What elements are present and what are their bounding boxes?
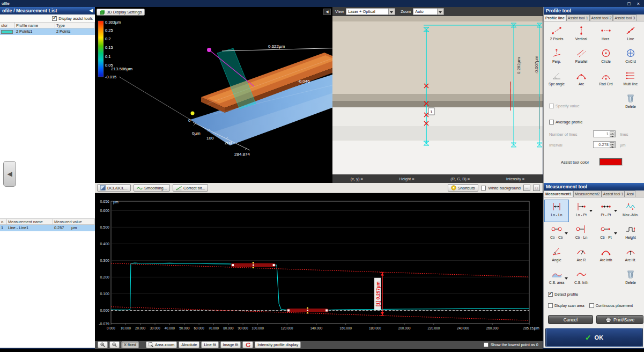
panel-collapse-button[interactable]: ◀	[3, 161, 16, 187]
tool-horz[interactable]: Horz.	[594, 24, 618, 46]
tool-parallel[interactable]: Parallel	[569, 47, 593, 68]
svg-text:80.000: 80.000	[223, 326, 234, 330]
measurement-tab-measurement1[interactable]: Measurement1	[544, 190, 573, 197]
refresh-button[interactable]	[242, 341, 253, 348]
cube-icon	[100, 10, 105, 15]
smoothing-button[interactable]: Smoothing...	[134, 184, 170, 192]
arc-length-icon	[594, 245, 618, 258]
tool-max-min[interactable]: Max.-Min.	[619, 200, 642, 222]
profile-tab-assist-tool-1[interactable]: Assist tool 1	[566, 14, 590, 21]
line-end-handle[interactable]	[511, 143, 516, 147]
tool-ctr-ln[interactable]: Ctr - Ln	[569, 223, 593, 244]
tool-angle[interactable]: Angle	[545, 245, 568, 267]
tool-spc-angle[interactable]: Spc angle	[545, 69, 568, 91]
print-save-button[interactable]: Print/Save	[596, 315, 643, 324]
tool-perp[interactable]: Perp.	[545, 47, 568, 68]
correct-tilt-button[interactable]: Correct tilt...	[173, 184, 208, 192]
zoom-select[interactable]: Auto	[413, 8, 444, 15]
image-fit-button[interactable]: Image fit	[220, 341, 241, 348]
cancel-button[interactable]: Cancel	[548, 315, 593, 324]
profile-tool-panel: Profile tool Profile lineAssist tool 1As…	[543, 7, 644, 183]
tool-ln-pt[interactable]: Ln - Pt	[569, 200, 593, 222]
zoom-in-button[interactable]	[98, 341, 108, 348]
minimize-chart-icon[interactable]: ─	[523, 185, 530, 191]
tool-c-s-lnth[interactable]: C.S. lnth	[569, 268, 593, 289]
camera-image[interactable]: 1 0.282µm -0.007µm	[332, 16, 543, 174]
result-table-row[interactable]: 1 Line - Line1 0.257 µm	[0, 225, 95, 231]
tool-vertical[interactable]: Vertical	[569, 24, 593, 46]
area-zoom-button[interactable]: Area zoom	[146, 341, 177, 348]
profile-start-marker[interactable]	[191, 112, 195, 115]
average-profile-checkbox[interactable]	[549, 120, 554, 124]
view-select[interactable]: Laser + Optical	[346, 8, 395, 15]
tool-line[interactable]: Line	[619, 24, 642, 46]
detect-profile-checkbox[interactable]	[548, 292, 553, 297]
view3d-settings-button[interactable]: 3D Display Settings	[97, 9, 145, 16]
ok-button[interactable]: ✓ OK	[546, 328, 642, 347]
measurement-tab-assi[interactable]: Assi	[625, 190, 635, 197]
profile-tab-assist-tool-2[interactable]: Assist tool 2	[590, 14, 613, 21]
tool-2-points[interactable]: 2 Points	[545, 24, 568, 46]
tool-ctr-pt[interactable]: Ctr - Pt	[594, 223, 618, 244]
dimension-label: 0.282µm	[516, 57, 521, 74]
tool-arc-r[interactable]: Arc R	[569, 245, 593, 267]
specify-value-checkbox[interactable]	[549, 104, 554, 108]
profile-end-marker[interactable]	[207, 48, 211, 52]
interval-spinner[interactable]	[610, 142, 615, 148]
tool-pt-pt[interactable]: Pt - Pt	[594, 200, 618, 222]
tool-cncrd[interactable]: CnCrd	[619, 47, 642, 68]
profile-chart[interactable]: 0.6560.6000.5000.4000.3000.2000.1000.000…	[95, 193, 543, 341]
line-end-handle[interactable]	[424, 141, 429, 145]
multi-line-icon	[619, 69, 642, 82]
profile-tab-assist-tool-3[interactable]: Assist tool 3	[613, 14, 636, 21]
dcl-bcl-button[interactable]: DCL/BCL...	[97, 184, 131, 192]
tool-rad-crd[interactable]: Rad Crd	[594, 69, 618, 91]
profile-tool-tabs: Profile lineAssist tool 1Assist tool 2As…	[544, 14, 644, 21]
line-end-handle[interactable]	[424, 27, 429, 32]
tool-circle[interactable]: Circle	[594, 47, 618, 68]
display-assist-tools-checkbox[interactable]	[52, 16, 57, 21]
close-icon[interactable]: ×	[637, 1, 640, 6]
tool-delete[interactable]: Delete	[619, 268, 642, 289]
label-height: 0.622µm	[268, 44, 285, 49]
interval-input[interactable]: 0.278	[593, 141, 616, 148]
lowest-point-checkbox[interactable]	[484, 342, 488, 347]
shortcuts-button[interactable]: Shortcuts	[448, 184, 478, 192]
number-of-lines-input[interactable]: 1	[593, 130, 616, 137]
number-of-lines-spinner[interactable]	[610, 131, 615, 137]
maximize-chart-icon[interactable]: □	[533, 185, 540, 191]
profile-chart-area[interactable]: 0.6560.6000.5000.4000.3000.2000.1000.000…	[95, 193, 543, 341]
tool-ctr-ctr[interactable]: Ctr - Ctr	[545, 223, 568, 244]
tool-delete[interactable]: Delete	[619, 92, 642, 113]
continuous-placement-checkbox[interactable]	[589, 303, 594, 308]
profile-table-row[interactable]: 2 Points1 2 Points	[0, 28, 95, 35]
tool-ln-ln[interactable]: Ln - Ln	[545, 200, 568, 222]
tool-height[interactable]: Height	[619, 223, 642, 244]
measurement-tab-assist-tool-1[interactable]: Assist tool 1	[602, 190, 625, 197]
profile-table-header: olor Profile name Type	[0, 22, 95, 28]
svg-text:[1] 0.257µm: [1] 0.257µm	[375, 281, 381, 306]
maximize-icon[interactable]: □	[627, 1, 630, 6]
continuous-placement-label: Continuous placement	[596, 304, 633, 307]
line-fit-button[interactable]: Line fit	[201, 341, 218, 348]
measurement-tab-measurement2[interactable]: Measurement2	[573, 190, 602, 197]
collapse-arrow-icon: ◀	[325, 10, 328, 14]
tool-arc-ht[interactable]: Arc Ht.	[619, 245, 642, 267]
white-background-checkbox[interactable]	[481, 186, 486, 190]
collapse-left-icon[interactable]: ◀	[90, 7, 93, 14]
tool-multi-line[interactable]: Multi line	[619, 69, 642, 91]
line-end-handle[interactable]	[537, 143, 542, 147]
view3d-collapse-button[interactable]: ◀	[323, 9, 331, 15]
tool-c-s-area[interactable]: C.S. area	[545, 268, 568, 289]
zoom-select-value: Auto	[415, 9, 423, 14]
absolute-button[interactable]: Absolute	[179, 341, 199, 348]
profile-tab-profile-line[interactable]: Profile line	[544, 14, 566, 21]
zoom-out-button[interactable]	[109, 341, 120, 348]
tool-arc-lnth[interactable]: Arc lnth	[594, 245, 618, 267]
intensity-profile-button[interactable]: Intensity profile display	[255, 341, 301, 348]
view3d-scene[interactable]: 0.303µm 0.25 0.2 0.15 0.1 0.05 -0.015	[95, 7, 332, 183]
assist-tool-color-swatch[interactable]	[599, 158, 622, 165]
display-scan-area-checkbox[interactable]	[548, 303, 553, 308]
x-fixed-button[interactable]: X fixed	[121, 341, 139, 348]
tool-arc[interactable]: Arc	[569, 69, 593, 91]
